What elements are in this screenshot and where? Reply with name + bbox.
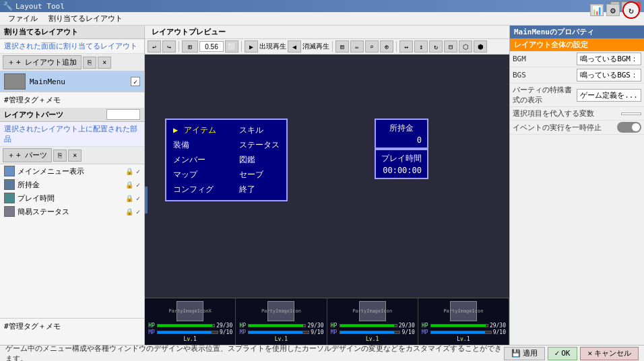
menu-assign[interactable]: 割り当てるレイアウト [43, 12, 128, 25]
play-appear-button[interactable]: ▶ [245, 40, 258, 53]
blue-indicator [145, 187, 148, 214]
assign-action[interactable]: 選択された面面に割り当てるレイアウト [0, 39, 144, 54]
event-pause-label: イベントの実行を一時停止 [513, 123, 614, 133]
apply-button[interactable]: 💾 適用 [504, 347, 545, 360]
mp-val-1: 9/10 [311, 329, 323, 335]
parts-title: レイアウトパーツ [4, 110, 63, 120]
title-bar-icon: 🔧 Layout Tool [3, 1, 65, 11]
bgs-value[interactable]: 鳴っているBGS： [577, 69, 641, 81]
zoom-button[interactable]: ⌕ [365, 40, 379, 53]
redo-button[interactable]: ↪ [162, 40, 176, 53]
variable-value[interactable] [621, 112, 641, 115]
parts-header: レイアウトパーツ [0, 108, 144, 122]
play-disappear-button[interactable]: ◀ [288, 40, 301, 53]
move-button[interactable]: ⊕ [380, 40, 393, 53]
menu-item-save[interactable]: セーブ [236, 168, 282, 181]
add-part-button[interactable]: ＋ + パーツ [3, 148, 52, 162]
menu-item-config[interactable]: コンフィグ [170, 183, 223, 196]
cancel-label: キャンセル [594, 348, 631, 358]
prop-party-format: パーティの特殊書式の表示 ゲーム定義を... [510, 84, 644, 107]
prop-variable: 選択項目を代入する変数 [510, 107, 644, 121]
menu-item-library[interactable]: 図鑑 [236, 154, 282, 166]
status-text: ゲーム中のメニュー構成や各種ウィンドウのデザインや表示位置、スプライトを使用した… [5, 343, 504, 362]
mp-val-3: 9/10 [493, 329, 506, 335]
parts-search-input[interactable] [106, 109, 140, 120]
game-menu-window[interactable]: ▶ アイテム 装備 メンバー マップ [165, 119, 288, 201]
lv-row-2: Lv.1 [330, 336, 415, 342]
display-size-button[interactable]: ⬜ [225, 40, 238, 53]
event-pause-toggle[interactable] [617, 122, 641, 133]
edit-icon-playtime: ✓ [136, 195, 140, 202]
layout-copy-button[interactable]: ⎘ [83, 57, 96, 69]
bgm-value[interactable]: 鳴っているBGM： [577, 53, 641, 65]
party-row: PartyImageIconX HP 29/30 MP 9/10 [145, 298, 509, 345]
scale-input[interactable]: 0.56 [199, 41, 224, 52]
party-member-0: PartyImageIconX HP 29/30 MP 9/10 [145, 298, 236, 345]
part-item-money[interactable]: 所持金 🔒 ✓ [0, 178, 144, 191]
prev5-button[interactable]: ⬡ [459, 40, 472, 53]
mp-label-2: MP [330, 329, 338, 335]
prev6-button[interactable]: ⬢ [474, 40, 487, 53]
menu-item-status[interactable]: ステータス [236, 139, 282, 152]
menu-item-label-4: コンフィグ [173, 185, 214, 194]
flip-h-button[interactable]: ↔ [399, 40, 413, 53]
edit-icon-mainmenu: ✓ [136, 168, 140, 175]
lv-row-3: Lv.1 [421, 336, 506, 342]
part-delete-button[interactable]: × [68, 150, 82, 162]
party-icon-3: PartyImageIcon [450, 301, 477, 321]
status-icon [4, 206, 15, 217]
part-item-mainmenu[interactable]: メインメニュー表示 🔒 ✓ [0, 164, 144, 178]
add-layout-button[interactable]: ＋ + レイアウト追加 [3, 55, 82, 69]
grid-button[interactable]: ⊞ [335, 40, 349, 53]
rotate-button[interactable]: ↻ [429, 40, 443, 53]
layout-item-mainmenu[interactable]: MainMenu ✓ [0, 71, 144, 92]
flip-v-button[interactable]: ↕ [414, 40, 428, 53]
party-icon-1: PartyImageIcon [267, 301, 294, 321]
layout-toolbar: ＋ + レイアウト追加 ⎘ × [0, 54, 144, 71]
bgm-label: BGM [513, 55, 574, 63]
hp-val-2: 29/30 [399, 323, 415, 329]
part-item-playtime[interactable]: プレイ時間 🔒 ✓ [0, 191, 144, 205]
mp-val-0: 9/10 [220, 329, 232, 335]
cancel-button[interactable]: ✕ キャンセル [580, 347, 639, 360]
parts-sublabel[interactable]: 選択されたレイアウト上に配置された部品 [0, 122, 144, 147]
menu-file[interactable]: ファイル [3, 12, 43, 25]
zoom-fit-button[interactable]: ⊞ [182, 40, 198, 53]
menu-item-map[interactable]: マップ [170, 168, 223, 181]
mp-label-1: MP [238, 329, 247, 335]
lock-icon-mainmenu: 🔒 [125, 168, 133, 175]
money-window: 所持金 0 [375, 119, 428, 149]
right-panel-title: MainMenuのプロパティ [510, 26, 644, 38]
bottom-tag-section: #管理タグ＋メモ [0, 318, 144, 345]
mainmenu-icon [4, 166, 15, 176]
menu-item-label-0: アイテム [184, 125, 216, 135]
party-icon-label-2: PartyImageIcon [352, 308, 392, 314]
apply-icon: 💾 [511, 349, 521, 358]
menu-item-equip[interactable]: 装備 [170, 139, 223, 152]
disappear-label: 消滅再生 [302, 42, 329, 51]
menu-arrow-icon: ▶ [173, 125, 178, 135]
party-icon-label-1: PartyImageIcon [261, 308, 301, 314]
menu-item-skill[interactable]: スキル [236, 124, 282, 137]
ok-button[interactable]: ✓ OK [548, 347, 578, 360]
right-panel: MainMenuのプロパティ レイアウト全体の設定 BGM 鳴っているBGM： … [509, 26, 644, 345]
playtime-title: プレイ時間 [381, 153, 422, 164]
assign-header: 割り当てるレイアウト [0, 26, 144, 39]
left-panel: 割り当てるレイアウト 選択された面面に割り当てるレイアウト ＋ + レイアウト追… [0, 26, 145, 345]
undo-button[interactable]: ↩ [148, 40, 161, 53]
party-format-value[interactable]: ゲーム定義を... [577, 89, 641, 102]
lv-row-0: Lv.1 [148, 336, 232, 342]
bgs-label: BGS [513, 71, 574, 79]
menu-item-exit[interactable]: 終了 [236, 183, 282, 196]
layout-delete-button[interactable]: × [98, 57, 111, 69]
part-item-status[interactable]: 簡易ステータス 🔒 ✓ [0, 205, 144, 218]
menu-item-member[interactable]: メンバー [170, 154, 223, 166]
pointer-button[interactable]: ✏ [350, 40, 364, 53]
part-copy-button[interactable]: ⎘ [53, 150, 67, 162]
menu-item-label-1: 装備 [173, 140, 189, 150]
align-button[interactable]: ⊟ [444, 40, 457, 53]
prop-bgm: BGM 鳴っているBGM： [510, 51, 644, 67]
menu-item-item[interactable]: ▶ アイテム [170, 124, 223, 137]
party-member-1: PartyImageIcon HP 29/30 MP 9/10 [236, 298, 327, 345]
layout-checkbox[interactable]: ✓ [131, 77, 140, 86]
